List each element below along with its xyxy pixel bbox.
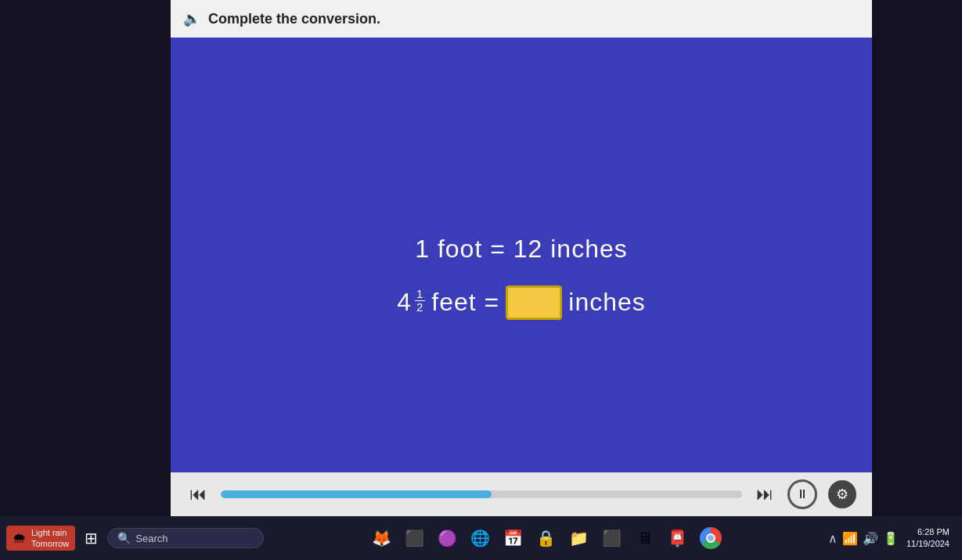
taskbar-app-monitor[interactable]: 🖥: [631, 524, 659, 552]
content-area: 1 foot = 12 inches 4 1 2 feet = inches: [171, 38, 872, 516]
taskbar-app-icons: 🦊 ⬛ 🟣 🌐 📅 🔒 📁 ⬛ 🖥 📮: [267, 524, 825, 552]
weather-line1: Light rain: [31, 527, 69, 538]
fraction: 1 2: [415, 288, 425, 314]
fraction-denominator: 2: [415, 301, 425, 314]
mixed-number: 4 1 2: [397, 288, 425, 318]
settings-button[interactable]: ⚙: [828, 480, 856, 508]
top-bar: 🔈 Complete the conversion.: [171, 0, 872, 38]
skip-forward-button[interactable]: ⏭: [753, 481, 776, 508]
progress-fill: [221, 490, 492, 498]
search-placeholder-text: Search: [135, 533, 168, 544]
speaker-icon[interactable]: 🔈: [183, 10, 200, 27]
taskbar-app-globe[interactable]: 🌐: [467, 524, 495, 552]
instruction-title: Complete the conversion.: [208, 11, 380, 27]
progress-track[interactable]: [221, 490, 742, 498]
left-panel: [0, 0, 171, 560]
inches-label: inches: [568, 288, 646, 317]
answer-input[interactable]: [506, 285, 562, 320]
taskbar: 🌧 Light rain Tomorrow ⊞ 🔍 Search 🦊 ⬛ 🟣 🌐…: [0, 516, 962, 560]
main-content-area: 🔈 Complete the conversion. 1 foot = 12 i…: [171, 0, 872, 516]
taskbar-app-lock[interactable]: 🔒: [532, 524, 560, 552]
taskbar-app-mail[interactable]: 📮: [664, 524, 692, 552]
pause-button[interactable]: ⏸: [787, 479, 817, 509]
clock-time: 6:28 PM: [906, 526, 949, 538]
weather-widget[interactable]: 🌧 Light rain Tomorrow: [6, 526, 75, 551]
chrome-inner-circle: [706, 533, 715, 543]
reference-equation-text: 1 foot = 12 inches: [415, 235, 628, 264]
taskbar-app-files[interactable]: ⬛: [401, 524, 429, 552]
whole-number: 4: [397, 288, 412, 317]
weather-text: Light rain Tomorrow: [31, 527, 69, 550]
reference-equation: 1 foot = 12 inches: [415, 235, 628, 264]
weather-line2: Tomorrow: [31, 538, 69, 549]
clock-date: 11/19/2024: [906, 538, 949, 550]
tray-battery-icon[interactable]: 🔋: [883, 531, 899, 546]
start-button[interactable]: ⊞: [78, 526, 104, 551]
chrome-icon: [700, 527, 722, 549]
search-icon: 🔍: [117, 532, 131, 544]
player-bar: ⏮ ⏭ ⏸ ⚙: [171, 472, 872, 516]
tray-speaker-icon[interactable]: 🔊: [863, 531, 878, 546]
weather-icon: 🌧: [13, 530, 27, 547]
taskbar-app-folder[interactable]: 📁: [565, 524, 593, 552]
conversion-equation: 4 1 2 feet = inches: [397, 285, 646, 320]
taskbar-app-fox[interactable]: 🦊: [368, 524, 396, 552]
tray-wifi-icon[interactable]: 📶: [842, 531, 858, 546]
right-panel: [872, 0, 962, 560]
system-tray: ∧ 📶 🔊 🔋 6:28 PM 11/19/2024: [828, 526, 956, 551]
taskbar-app-calendar[interactable]: 📅: [499, 524, 528, 552]
taskbar-app-black[interactable]: ⬛: [598, 524, 626, 552]
feet-equals-label: feet =: [431, 288, 499, 317]
taskbar-search[interactable]: 🔍 Search: [107, 528, 264, 548]
taskbar-app-chrome[interactable]: [697, 524, 725, 552]
tray-up-arrow[interactable]: ∧: [828, 531, 838, 546]
taskbar-app-purple[interactable]: 🟣: [434, 524, 462, 552]
taskbar-clock[interactable]: 6:28 PM 11/19/2024: [903, 526, 953, 551]
skip-back-button[interactable]: ⏮: [186, 481, 210, 508]
fraction-numerator: 1: [415, 288, 425, 302]
